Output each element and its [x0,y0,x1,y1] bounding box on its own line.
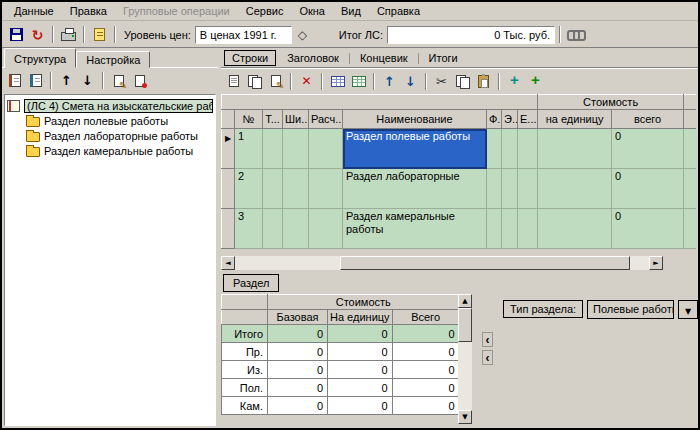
item-mark-button[interactable] [129,70,150,91]
cell-t[interactable] [263,169,283,209]
cell-e[interactable] [502,209,518,249]
tree-item-lab-works[interactable]: Раздел лабораторные работы [7,128,213,143]
menu-data[interactable]: Данные [6,3,62,19]
cell-name-selected[interactable]: Раздел полевые работы [343,129,487,169]
menu-service[interactable]: Сервис [238,3,292,19]
cell-ed[interactable] [518,169,538,209]
vscroll-thumb[interactable] [458,308,472,342]
move-down-button[interactable] [77,70,98,91]
scroll-up-button[interactable]: ▲ [458,294,472,308]
cell-f[interactable] [487,129,502,169]
row-marker-cell[interactable] [222,209,235,249]
copy-button[interactable] [452,71,473,92]
cell-t[interactable] [263,129,283,169]
tree-item-field-works[interactable]: Раздел полевые работы [7,113,213,128]
choose-price-button[interactable] [292,24,313,45]
tree-list-button[interactable] [4,70,25,91]
cell-per-unit[interactable] [538,209,612,249]
cell-shi[interactable] [283,169,309,209]
cell-num[interactable]: 1 [235,129,263,169]
cell-total[interactable]: 0 [612,209,684,249]
add-row-green-button[interactable] [525,71,546,92]
save-button[interactable] [6,24,27,45]
edit-row-button[interactable] [265,71,286,92]
tab-totals[interactable]: Итоги [422,51,465,65]
tree-report-button[interactable] [25,70,46,91]
hscroll-track[interactable] [235,256,649,270]
collapse-left-button[interactable] [482,332,493,347]
view-table-button[interactable] [327,71,348,92]
cell-extra[interactable] [684,169,696,209]
grid-hscrollbar[interactable]: ◄ ► [221,256,663,270]
move-up-button[interactable] [56,70,77,91]
cell-name[interactable]: Раздел камеральные работы [343,209,487,249]
edit-item-button[interactable] [108,70,129,91]
column-header-name: Наименование [343,110,487,129]
cell-per-unit[interactable] [538,169,612,209]
cut-button[interactable] [431,71,452,92]
delete-row-button[interactable] [296,71,317,92]
refresh-button[interactable] [27,24,48,45]
cell-extra[interactable] [684,209,696,249]
cell-rasch[interactable] [309,169,343,209]
row-up-button[interactable] [379,71,400,92]
menu-view[interactable]: Вид [333,3,369,19]
cell-shi[interactable] [283,209,309,249]
hscroll-thumb[interactable] [340,256,630,270]
document-button[interactable] [89,24,110,45]
cell-e[interactable] [502,129,518,169]
scroll-right-button[interactable]: ► [649,256,663,270]
add-section-button[interactable] [504,71,525,92]
section-type-combobox[interactable]: Полевые работы [587,300,674,319]
view-structure-button[interactable] [348,71,369,92]
cell-extra[interactable] [684,129,696,169]
tab-section[interactable]: Раздел [223,274,279,292]
cell-total[interactable]: 0 [612,129,684,169]
cell-ed[interactable] [518,129,538,169]
section-type-dropdown-button[interactable] [678,300,698,319]
chevron-left-icon [486,352,490,364]
cell-name[interactable]: Раздел лабораторные [343,169,487,209]
chevron-down-icon [685,304,691,316]
cell-rasch[interactable] [309,209,343,249]
vscroll-track[interactable] [458,308,472,410]
tree-root-item[interactable]: (ЛС 4) Смета на изыскательские раб [7,98,213,113]
cell-total[interactable]: 0 [612,169,684,209]
cell-num[interactable]: 2 [235,169,263,209]
tab-header[interactable]: Заголовок [280,51,346,65]
document-icon [94,28,105,41]
menu-edit[interactable]: Правка [62,3,115,19]
row-marker-cell[interactable] [222,129,235,169]
row-down-button[interactable] [400,71,421,92]
cell-f[interactable] [487,209,502,249]
column-header-per-unit: на единицу [538,110,612,129]
copy-row-button[interactable] [244,71,265,92]
price-level-combobox[interactable]: В ценах 1991 г. [195,26,292,44]
tab-settings[interactable]: Настройка [76,51,150,68]
row-marker-cell[interactable] [222,169,235,209]
paste-button[interactable] [473,71,494,92]
copy-icon [456,75,469,88]
link-button[interactable] [565,24,586,45]
tab-rows[interactable]: Строки [224,50,276,66]
totals-vscrollbar[interactable]: ▲ ▼ [458,294,472,424]
cell-e[interactable] [502,169,518,209]
tab-structure[interactable]: Структура [4,48,76,68]
cell-num[interactable]: 3 [235,209,263,249]
tree-item-office-works[interactable]: Раздел камеральные работы [7,143,213,158]
cell-shi[interactable] [283,129,309,169]
scroll-left-button[interactable]: ◄ [221,256,235,270]
cell-t[interactable] [263,209,283,249]
cell-per-unit[interactable] [538,129,612,169]
scroll-down-button[interactable]: ▼ [458,410,472,424]
collapse-left-button-2[interactable] [482,350,493,365]
print-button[interactable] [58,24,79,45]
cell-f[interactable] [487,169,502,209]
menu-help[interactable]: Справка [369,3,428,19]
menu-windows[interactable]: Окна [291,3,333,19]
total-ls-field[interactable]: 0 Тыс. руб. [387,26,555,44]
cell-ed[interactable] [518,209,538,249]
new-row-button[interactable] [223,71,244,92]
cell-rasch[interactable] [309,129,343,169]
tab-footer[interactable]: Концевик [353,51,415,65]
